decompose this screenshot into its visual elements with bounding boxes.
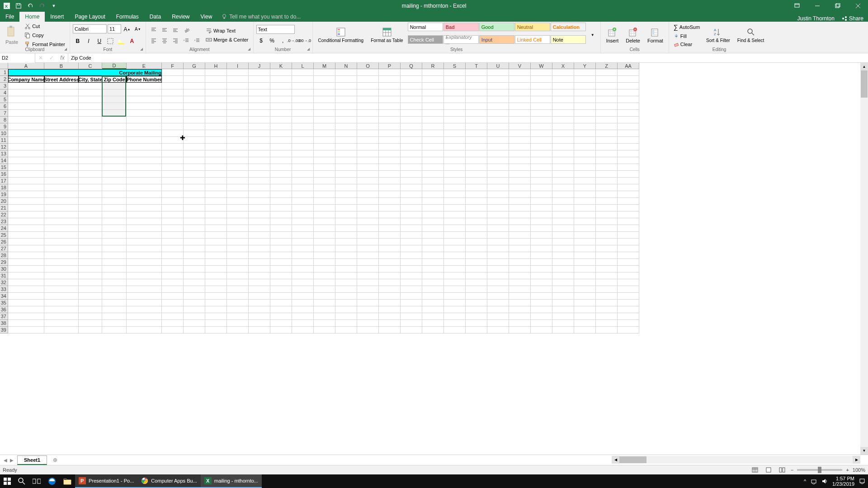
cell-D7[interactable] — [102, 110, 127, 117]
cell-Y27[interactable] — [574, 245, 596, 252]
cell-J34[interactable] — [249, 293, 270, 300]
cell-B17[interactable] — [44, 178, 79, 184]
cell-AA2[interactable] — [618, 76, 639, 83]
cell-V6[interactable] — [509, 103, 531, 110]
cell-G5[interactable] — [184, 96, 205, 103]
cell-B10[interactable] — [44, 130, 79, 137]
cell-F10[interactable] — [162, 130, 184, 137]
row-header-35[interactable]: 35 — [0, 300, 8, 306]
cell-E36[interactable] — [127, 306, 162, 313]
cell-Z5[interactable] — [596, 96, 618, 103]
row-header-14[interactable]: 14 — [0, 157, 8, 164]
cell-L11[interactable] — [292, 137, 314, 144]
cell-T25[interactable] — [466, 232, 487, 239]
cell-I27[interactable] — [227, 245, 249, 252]
cell-V31[interactable] — [509, 272, 531, 279]
cell-D23[interactable] — [102, 218, 127, 225]
cell-E2[interactable]: Phone Number — [127, 76, 162, 83]
cell-T36[interactable] — [466, 306, 487, 313]
cell-P26[interactable] — [379, 239, 401, 245]
cell-K24[interactable] — [270, 225, 292, 232]
cell-C33[interactable] — [79, 286, 102, 293]
cell-Z28[interactable] — [596, 252, 618, 259]
cell-F27[interactable] — [162, 245, 184, 252]
col-header-AA[interactable]: AA — [618, 63, 639, 69]
cell-J23[interactable] — [249, 218, 270, 225]
cell-B11[interactable] — [44, 137, 79, 144]
cell-U19[interactable] — [487, 191, 509, 198]
cell-L12[interactable] — [292, 144, 314, 150]
cell-S10[interactable] — [444, 130, 466, 137]
cell-I18[interactable] — [227, 184, 249, 191]
cell-B19[interactable] — [44, 191, 79, 198]
cell-Y35[interactable] — [574, 300, 596, 306]
cell-Z34[interactable] — [596, 293, 618, 300]
cell-B9[interactable] — [44, 123, 79, 130]
spreadsheet-grid[interactable]: ABCDEFGHIJKLMNOPQRSTUVWXYZAA1Corporate M… — [0, 63, 868, 455]
cell-T31[interactable] — [466, 272, 487, 279]
cell-B21[interactable] — [44, 205, 79, 211]
cell-W35[interactable] — [531, 300, 552, 306]
cell-D4[interactable] — [102, 89, 127, 96]
cell-I23[interactable] — [227, 218, 249, 225]
style-check-cell[interactable]: Check Cell — [408, 35, 443, 44]
cell-M2[interactable] — [314, 76, 335, 83]
cell-AA32[interactable] — [618, 279, 639, 286]
cell-Y6[interactable] — [574, 103, 596, 110]
col-header-F[interactable]: F — [162, 63, 184, 69]
cell-H5[interactable] — [205, 96, 227, 103]
cell-Y31[interactable] — [574, 272, 596, 279]
cell-C3[interactable] — [79, 83, 102, 89]
cell-AA39[interactable] — [618, 327, 639, 333]
cell-B36[interactable] — [44, 306, 79, 313]
cell-X1[interactable] — [552, 69, 574, 76]
cell-Z7[interactable] — [596, 110, 618, 117]
cell-A5[interactable] — [8, 96, 44, 103]
cell-A23[interactable] — [8, 218, 44, 225]
cell-L13[interactable] — [292, 150, 314, 157]
cell-H20[interactable] — [205, 198, 227, 205]
cell-L32[interactable] — [292, 279, 314, 286]
cell-Z32[interactable] — [596, 279, 618, 286]
cell-N2[interactable] — [335, 76, 357, 83]
row-header-4[interactable]: 4 — [0, 89, 8, 96]
cell-J12[interactable] — [249, 144, 270, 150]
cell-Z10[interactable] — [596, 130, 618, 137]
cell-K32[interactable] — [270, 279, 292, 286]
cell-K27[interactable] — [270, 245, 292, 252]
cell-H8[interactable] — [205, 117, 227, 123]
cell-T4[interactable] — [466, 89, 487, 96]
cell-L22[interactable] — [292, 211, 314, 218]
cell-C36[interactable] — [79, 306, 102, 313]
cell-J9[interactable] — [249, 123, 270, 130]
cell-V20[interactable] — [509, 198, 531, 205]
cell-H29[interactable] — [205, 259, 227, 266]
cell-E5[interactable] — [127, 96, 162, 103]
cell-E19[interactable] — [127, 191, 162, 198]
cell-H25[interactable] — [205, 232, 227, 239]
cell-V16[interactable] — [509, 171, 531, 178]
cell-G23[interactable] — [184, 218, 205, 225]
cell-K25[interactable] — [270, 232, 292, 239]
cell-T35[interactable] — [466, 300, 487, 306]
cell-S27[interactable] — [444, 245, 466, 252]
maximize-button[interactable] — [827, 0, 848, 11]
currency-button[interactable]: $ — [256, 36, 266, 46]
cell-X36[interactable] — [552, 306, 574, 313]
cell-U5[interactable] — [487, 96, 509, 103]
cell-O37[interactable] — [357, 313, 379, 320]
row-header-27[interactable]: 27 — [0, 245, 8, 252]
cell-V23[interactable] — [509, 218, 531, 225]
cell-E12[interactable] — [127, 144, 162, 150]
row-header-39[interactable]: 39 — [0, 327, 8, 333]
cell-V14[interactable] — [509, 157, 531, 164]
cell-H3[interactable] — [205, 83, 227, 89]
cell-AA28[interactable] — [618, 252, 639, 259]
cell-V13[interactable] — [509, 150, 531, 157]
increase-font-button[interactable]: A▲ — [122, 24, 132, 34]
cell-M32[interactable] — [314, 279, 335, 286]
cell-K23[interactable] — [270, 218, 292, 225]
cell-Z20[interactable] — [596, 198, 618, 205]
cell-F30[interactable] — [162, 266, 184, 272]
cell-O22[interactable] — [357, 211, 379, 218]
